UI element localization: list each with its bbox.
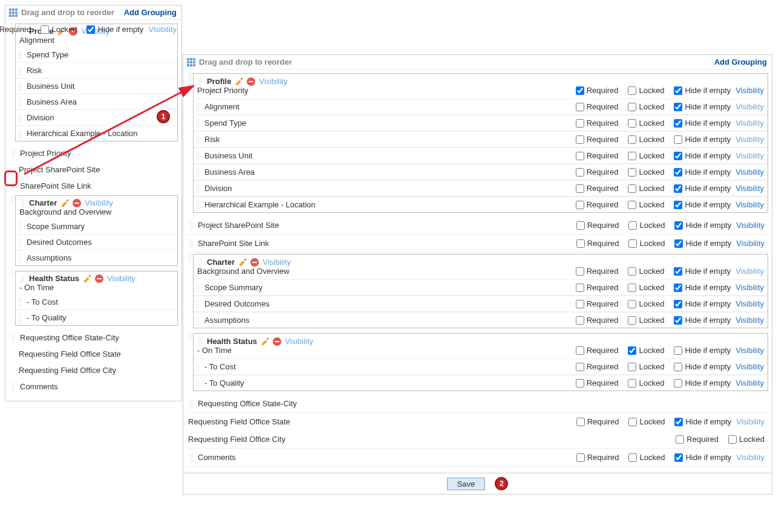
- drag-handle[interactable]: [17, 51, 23, 59]
- field-row[interactable]: Project SharePoint Site Required Locked …: [187, 216, 768, 235]
- field-project-priority[interactable]: Project Priority: [9, 145, 178, 161]
- drag-handle[interactable]: [17, 298, 23, 307]
- save-button[interactable]: Save: [447, 478, 486, 490]
- field-row[interactable]: Project Priority Required Locked Hide if…: [194, 86, 768, 99]
- required-checkbox[interactable]: Required: [576, 346, 619, 355]
- hide-if-empty-checkbox[interactable]: Hide if empty: [674, 362, 731, 371]
- required-checkbox[interactable]: Required: [576, 453, 619, 462]
- drag-handle[interactable]: [195, 152, 201, 160]
- locked-checkbox[interactable]: Locked: [628, 239, 665, 248]
- field-row[interactable]: Division Required Locked Hide if empty V…: [194, 180, 768, 196]
- drag-handle[interactable]: [188, 453, 194, 462]
- locked-checkbox[interactable]: Locked: [628, 267, 664, 276]
- drag-handle[interactable]: [17, 82, 23, 91]
- drag-handle[interactable]: [197, 77, 203, 86]
- field-comments[interactable]: Comments: [9, 378, 178, 395]
- visibility-link[interactable]: Visibility: [735, 283, 764, 292]
- locked-checkbox[interactable]: Locked: [628, 378, 664, 388]
- locked-checkbox[interactable]: Locked: [628, 221, 665, 230]
- drag-handle[interactable]: [195, 168, 201, 177]
- drag-handle[interactable]: [195, 300, 201, 308]
- field-row[interactable]: - To Cost Required Locked Hide if empty …: [194, 358, 768, 375]
- visibility-link[interactable]: Visibility: [735, 167, 764, 177]
- field-row[interactable]: Business Unit: [16, 78, 177, 94]
- add-grouping-link[interactable]: Add Grouping: [124, 8, 177, 17]
- locked-checkbox[interactable]: Locked: [628, 151, 664, 160]
- hide-if-empty-checkbox[interactable]: Hide if empty: [674, 283, 731, 292]
- visibility-link[interactable]: Visibility: [735, 378, 764, 388]
- drag-handle[interactable]: [188, 400, 194, 408]
- field-requesting-state[interactable]: Requesting Field Office State: [9, 346, 178, 362]
- field-row[interactable]: - On Time Required Locked Hide if empty …: [194, 346, 768, 358]
- field-row[interactable]: - To Quality Required Locked Hide if emp…: [194, 375, 768, 391]
- field-row[interactable]: Spend Type: [16, 47, 177, 62]
- required-checkbox[interactable]: Required: [576, 184, 619, 193]
- field-row[interactable]: Background and Overview Required Locked …: [194, 267, 768, 279]
- field-row[interactable]: - To Quality: [16, 310, 177, 325]
- hide-if-empty-checkbox[interactable]: Hide if empty: [674, 184, 731, 193]
- hide-if-empty-checkbox[interactable]: Hide if empty: [674, 267, 731, 276]
- field-row[interactable]: Assumptions: [16, 250, 177, 265]
- drag-handle[interactable]: [10, 182, 16, 190]
- hide-if-empty-checkbox[interactable]: Hide if empty: [674, 135, 731, 144]
- field-row[interactable]: Division: [16, 109, 177, 125]
- hide-if-empty-checkbox[interactable]: Hide if empty: [674, 167, 731, 177]
- required-checkbox[interactable]: Required: [576, 417, 619, 426]
- locked-checkbox[interactable]: Locked: [628, 184, 664, 193]
- field-row[interactable]: - To Cost: [16, 294, 177, 310]
- drag-handle[interactable]: [17, 66, 23, 75]
- visibility-link[interactable]: Visibility: [735, 118, 764, 128]
- drag-handle[interactable]: [188, 221, 194, 230]
- drag-handle[interactable]: [195, 379, 201, 388]
- field-requesting-city[interactable]: Requesting Field Office City Required Lo…: [187, 430, 768, 449]
- locked-checkbox[interactable]: Locked: [628, 362, 664, 371]
- field-sharepoint-link[interactable]: SharePoint Site Link: [9, 178, 178, 194]
- visibility-link[interactable]: Visibility: [735, 86, 764, 95]
- required-checkbox[interactable]: Required: [576, 151, 619, 160]
- locked-checkbox[interactable]: Locked: [41, 25, 77, 34]
- pencil-icon[interactable]: [261, 337, 269, 346]
- delete-icon[interactable]: [250, 258, 259, 267]
- visibility-link[interactable]: Visibility: [148, 25, 177, 34]
- locked-checkbox[interactable]: Locked: [628, 200, 664, 209]
- delete-icon[interactable]: [73, 199, 81, 207]
- drag-handle[interactable]: [10, 334, 16, 342]
- pencil-icon[interactable]: [60, 199, 69, 207]
- locked-checkbox[interactable]: Locked: [728, 435, 765, 444]
- visibility-link[interactable]: Visibility: [736, 453, 765, 462]
- drag-handle[interactable]: [17, 129, 23, 138]
- visibility-link[interactable]: Visibility: [735, 135, 764, 144]
- field-comments[interactable]: Comments Required Locked Hide if empty V…: [187, 449, 768, 467]
- required-checkbox[interactable]: Required: [576, 267, 619, 276]
- locked-checkbox[interactable]: Locked: [628, 283, 664, 292]
- drag-handle[interactable]: [187, 253, 193, 261]
- drag-handle[interactable]: [195, 363, 201, 371]
- field-row[interactable]: Scope Summary: [16, 219, 177, 234]
- pencil-icon[interactable]: [83, 274, 91, 283]
- visibility-link[interactable]: Visibility: [262, 258, 291, 267]
- locked-checkbox[interactable]: Locked: [628, 346, 664, 355]
- hide-if-empty-checkbox[interactable]: Hide if empty: [674, 378, 731, 388]
- locked-checkbox[interactable]: Locked: [628, 86, 664, 95]
- field-row[interactable]: Desired Outcomes: [16, 234, 177, 250]
- required-checkbox[interactable]: Required: [676, 435, 719, 444]
- required-checkbox[interactable]: Required: [576, 200, 619, 209]
- drag-handle[interactable]: [195, 316, 201, 325]
- drag-handle[interactable]: [195, 135, 201, 144]
- locked-checkbox[interactable]: Locked: [628, 102, 664, 111]
- hide-if-empty-checkbox[interactable]: Hide if empty: [674, 239, 731, 248]
- drag-handle[interactable]: [17, 238, 23, 247]
- locked-checkbox[interactable]: Locked: [628, 417, 665, 426]
- hide-if-empty-checkbox[interactable]: Hide if empty: [674, 151, 731, 160]
- delete-icon[interactable]: [95, 274, 103, 283]
- required-checkbox[interactable]: Required: [576, 299, 619, 308]
- visibility-link[interactable]: Visibility: [285, 337, 313, 346]
- visibility-link[interactable]: Visibility: [259, 77, 287, 86]
- required-checkbox[interactable]: Required: [576, 283, 619, 292]
- locked-checkbox[interactable]: Locked: [628, 135, 664, 144]
- hide-if-empty-checkbox[interactable]: Hide if empty: [86, 25, 143, 34]
- field-requesting-city[interactable]: Requesting Field Office City: [9, 362, 178, 378]
- visibility-link[interactable]: Visibility: [735, 299, 764, 308]
- delete-icon[interactable]: [247, 77, 255, 86]
- required-checkbox[interactable]: Required: [576, 316, 619, 325]
